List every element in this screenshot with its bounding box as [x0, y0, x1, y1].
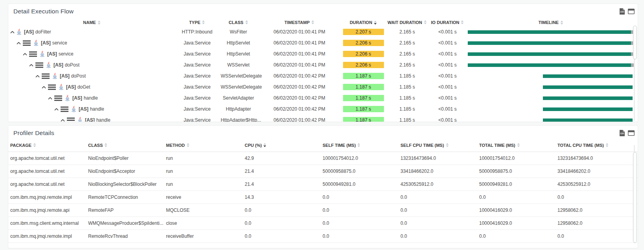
flow-cell-timeline — [468, 70, 634, 81]
prof-col-cpu[interactable]: CPU (%) — [245, 143, 323, 148]
collapse-chevron-icon[interactable] — [35, 75, 40, 78]
method-name: service — [59, 51, 74, 57]
timeline-bar — [543, 74, 633, 78]
flow-table-row[interactable]: [AS] handle Java:Service ServletAdapter … — [8, 93, 638, 104]
prof-cell-package: com.ibm.mq.jmqi.remote.impl — [10, 194, 88, 200]
flow-cell-wait-duration: 1.185 s — [384, 106, 430, 112]
flow-scrollbar-thumb[interactable] — [633, 26, 637, 59]
flow-col-type[interactable]: TYPE — [173, 20, 221, 25]
flow-col-wait-duration[interactable]: WAIT DURATION — [384, 20, 430, 25]
prof-cell-total-time: 10000416029.0 — [479, 220, 557, 226]
flow-table-row[interactable]: [AS] handle Java:Service HttpAdapter$Htt… — [8, 115, 638, 122]
prof-col-self-time[interactable]: SELF TIME (MS) — [323, 143, 400, 148]
prof-col-method[interactable]: METHOD — [166, 143, 245, 148]
flow-cell-class: WSServletDelegate — [221, 73, 256, 79]
flow-cell-timeline — [468, 48, 634, 59]
collapse-chevron-icon[interactable] — [23, 53, 27, 56]
collapse-chevron-icon[interactable] — [61, 119, 65, 122]
tree-indent — [10, 54, 23, 54]
flow-table-row[interactable]: [AS] service Java:Service HttpServlet 06… — [8, 48, 638, 59]
collapse-chevron-icon[interactable] — [17, 42, 21, 44]
method-name: doFilter — [35, 29, 51, 35]
flow-cell-name: [AS] handle — [8, 106, 173, 112]
flow-table-row[interactable]: [AS] handle Java:Service HttpAdapter 06/… — [8, 104, 638, 115]
method-name: handle — [96, 117, 111, 122]
flow-cell-timestamp: 06/02/2020 01:00:41 PM — [256, 51, 343, 57]
profiler-table-row[interactable]: com.ibm.mq.jmqi.remote.impl RemoteRcvThr… — [8, 230, 638, 243]
flow-cell-timeline — [468, 93, 634, 104]
flow-col-timestamp[interactable]: TIMESTAMP — [256, 20, 343, 25]
method-name: handle — [90, 106, 104, 112]
row-menu-icon[interactable] — [61, 106, 68, 112]
flow-cell-io-duration: <0.001 s — [430, 40, 465, 46]
row-menu-icon[interactable] — [35, 62, 43, 68]
timeline-bar — [543, 96, 633, 100]
flow-cell-timestamp: 06/02/2020 01:00:42 PM — [256, 117, 343, 122]
duration-badge: 1.187 s — [343, 106, 384, 112]
flow-cell-duration: 1.187 s — [343, 95, 384, 101]
flow-cell-timeline — [468, 81, 634, 93]
flow-cell-wait-duration: 2.165 s — [384, 51, 430, 57]
open-window-icon[interactable] — [628, 130, 635, 136]
flow-cell-duration: 2.207 s — [343, 29, 384, 35]
profiler-table-row[interactable]: org.apache.tomcat.util.net NioEndpoint$P… — [8, 152, 638, 165]
flow-table-row[interactable]: [AS] doGet Java:Service WSServletDelegat… — [8, 81, 638, 93]
row-menu-icon[interactable] — [67, 117, 75, 122]
flow-cell-timeline — [468, 37, 634, 48]
profiler-table-row[interactable]: com.ibm.msg.client.wmq.internal WMQMessa… — [8, 217, 638, 230]
prof-cell-self-cpu-time: 132316473694.0 — [400, 156, 479, 161]
prof-cell-class: RemoteRcvThread — [88, 233, 166, 239]
flow-cell-io-duration: <0.001 s — [430, 73, 465, 79]
collapse-chevron-icon[interactable] — [54, 108, 59, 111]
flow-table-row[interactable]: [AS] doFilter HTTP:Inbound WsFilter 06/0… — [8, 26, 638, 37]
prof-col-total-time[interactable]: TOTAL TIME (MS) — [479, 143, 557, 148]
flow-cell-wait-duration: 2.165 s — [384, 62, 430, 68]
as-prefix: [AS] — [54, 62, 63, 68]
prof-col-self-cpu-time[interactable]: SELF CPU TIME (MS) — [400, 143, 479, 148]
open-window-icon[interactable] — [628, 9, 635, 14]
prof-cell-method: run — [166, 156, 245, 161]
profiler-table-row[interactable]: com.ibm.mq.jmqi.remote.api RemoteFAP MQC… — [8, 204, 638, 217]
tree-indent — [10, 98, 48, 98]
collapse-chevron-icon[interactable] — [48, 97, 52, 100]
row-menu-icon[interactable] — [48, 84, 56, 90]
prof-cell-total-cpu-time: 0.0 — [557, 194, 638, 200]
row-menu-icon[interactable] — [29, 51, 37, 57]
row-menu-icon[interactable] — [23, 40, 31, 46]
row-menu-icon[interactable] — [42, 73, 50, 79]
flow-cell-class: WSServlet — [221, 62, 256, 68]
flow-table-row[interactable]: [AS] doPost Java:Service WSServlet 06/02… — [8, 59, 638, 70]
flow-col-timeline[interactable]: TIMELINE — [468, 19, 634, 26]
flow-col-class[interactable]: CLASS — [221, 20, 256, 25]
prof-cell-cpu: 0.0 — [245, 233, 323, 239]
collapse-chevron-icon[interactable] — [42, 86, 46, 89]
flow-cell-timeline — [468, 26, 634, 37]
flow-col-name[interactable]: NAME — [8, 20, 173, 25]
profiler-table-row[interactable]: com.ibm.mq.jmqi.remote.impl RemoteTCPCon… — [8, 191, 638, 204]
collapse-chevron-icon[interactable] — [29, 64, 33, 67]
prof-col-class[interactable]: CLASS — [88, 143, 166, 148]
prof-cell-self-time: 0.0 — [323, 194, 400, 200]
flow-table-row[interactable]: [AS] doPost Java:Service WSServletDelega… — [8, 70, 638, 81]
profiler-table-body: org.apache.tomcat.util.net NioEndpoint$P… — [8, 152, 638, 243]
flow-table-row[interactable]: [AS] service Java:Service HttpServlet 06… — [8, 37, 638, 48]
export-csv-icon[interactable]: CSV — [620, 130, 625, 136]
profiler-scrollbar-thumb[interactable] — [633, 152, 637, 243]
as-prefix: [AS] — [60, 73, 70, 79]
prof-col-package[interactable]: PACKAGE — [10, 143, 88, 148]
prof-col-total-cpu-time[interactable]: TOTAL CPU TIME (MS) — [557, 143, 638, 148]
row-menu-icon[interactable] — [54, 95, 62, 101]
prof-cell-class: NioBlockingSelector$BlockPoller — [88, 181, 166, 187]
flow-col-duration[interactable]: DURATION — [343, 20, 384, 25]
profiler-table-header: PACKAGE CLASS METHOD CPU (%) SELF TIME (… — [8, 139, 638, 152]
flow-cell-wait-duration: 1.185 s — [384, 84, 430, 90]
prof-cell-cpu: 0.0 — [245, 207, 323, 213]
export-csv-icon[interactable]: CSV — [620, 8, 625, 15]
collapse-chevron-icon[interactable] — [10, 31, 15, 33]
duration-badge: 1.187 s — [343, 95, 384, 101]
flow-col-io-duration[interactable]: IO DURATION — [430, 20, 465, 25]
profiler-details-title: Profiler Details — [13, 130, 54, 137]
profiler-table-row[interactable]: org.apache.tomcat.util.net NioBlockingSe… — [8, 178, 638, 191]
flow-cell-timestamp: 06/02/2020 01:00:41 PM — [256, 62, 343, 68]
profiler-table-row[interactable]: org.apache.tomcat.util.net NioEndpoint$A… — [8, 165, 638, 178]
